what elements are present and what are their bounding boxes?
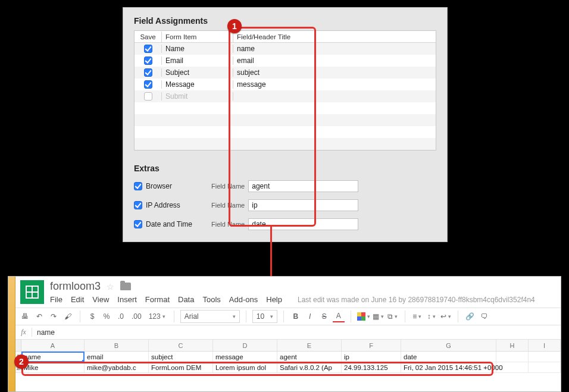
formula-bar: fx name bbox=[15, 325, 561, 340]
undo-icon[interactable]: ↶ bbox=[33, 311, 45, 322]
menu-help[interactable]: Help bbox=[266, 295, 282, 304]
cell[interactable]: ip bbox=[342, 352, 401, 362]
title-value[interactable]: subject bbox=[233, 68, 436, 77]
save-checkbox[interactable] bbox=[144, 92, 152, 101]
cell[interactable]: Fri, 02 Jan 2015 14:46:51 +0000 bbox=[401, 362, 496, 373]
menu-tools[interactable]: Tools bbox=[202, 295, 220, 304]
paint-format-icon[interactable]: 🖌 bbox=[62, 311, 74, 322]
redo-icon[interactable]: ↷ bbox=[48, 311, 60, 322]
cell[interactable]: Lorem ipsum dol bbox=[213, 362, 277, 373]
fieldname-label: Field Name bbox=[211, 202, 245, 209]
font-select[interactable]: Arial▾ bbox=[180, 310, 240, 323]
menu-format[interactable]: Format bbox=[145, 295, 170, 304]
item-label: Submit bbox=[162, 92, 233, 101]
save-checkbox[interactable] bbox=[144, 68, 152, 77]
table-row: Email email bbox=[135, 55, 436, 67]
cell[interactable]: mike@yabdab.c bbox=[85, 362, 149, 373]
callout-badge-1: 1 bbox=[227, 19, 242, 33]
decrease-decimal-button[interactable]: .0 bbox=[115, 311, 127, 322]
col-header[interactable]: A bbox=[21, 340, 85, 351]
bold-button[interactable]: B bbox=[290, 311, 302, 322]
column-headers: A B C D E F G H I bbox=[15, 340, 561, 352]
cell[interactable]: message bbox=[213, 352, 277, 362]
window-chrome-strip bbox=[8, 277, 15, 391]
increase-decimal-button[interactable]: .00 bbox=[129, 311, 144, 322]
fx-label: fx bbox=[15, 328, 32, 337]
fieldname-input[interactable] bbox=[248, 180, 358, 192]
cell[interactable]: FormLoom DEM bbox=[149, 362, 213, 373]
menu-insert[interactable]: Insert bbox=[117, 295, 137, 304]
extra-row-ip: IP Address Field Name bbox=[134, 199, 436, 211]
col-title: Field/Header Title bbox=[233, 32, 436, 42]
doc-title[interactable]: formloom3 bbox=[50, 280, 101, 293]
extra-checkbox[interactable] bbox=[134, 220, 142, 228]
borders-button[interactable]: ▦ bbox=[373, 311, 384, 322]
menu-addons[interactable]: Add-ons bbox=[229, 295, 258, 304]
cell[interactable] bbox=[529, 352, 561, 362]
save-checkbox[interactable] bbox=[144, 45, 152, 53]
table-row: Message message bbox=[135, 79, 436, 90]
cell[interactable]: Mike bbox=[21, 362, 85, 373]
item-label: Subject bbox=[162, 68, 233, 77]
folder-icon[interactable] bbox=[120, 283, 131, 290]
title-value[interactable]: email bbox=[233, 57, 436, 65]
star-icon[interactable]: ☆ bbox=[107, 282, 114, 291]
col-header[interactable]: E bbox=[277, 340, 342, 351]
fill-color-button[interactable] bbox=[357, 311, 370, 322]
item-label: Message bbox=[162, 80, 233, 89]
cell[interactable]: subject bbox=[149, 352, 213, 362]
cell[interactable]: Safari v.8.0.2 (Ap bbox=[277, 362, 342, 373]
table-row: Submit bbox=[135, 90, 436, 102]
wrap-button[interactable]: ↩ bbox=[440, 311, 452, 322]
h-align-button[interactable]: ≡ bbox=[411, 311, 423, 322]
cell[interactable] bbox=[496, 362, 529, 373]
fieldname-label: Field Name bbox=[211, 183, 245, 190]
extras-title: Extras bbox=[134, 164, 436, 173]
title-value[interactable]: message bbox=[233, 80, 436, 89]
col-header[interactable]: G bbox=[401, 340, 496, 351]
fx-value[interactable]: name bbox=[32, 328, 55, 337]
sheets-app-icon bbox=[20, 280, 44, 304]
extra-checkbox[interactable] bbox=[134, 182, 142, 190]
menu-view[interactable]: View bbox=[92, 295, 109, 304]
col-header[interactable]: C bbox=[149, 340, 213, 351]
col-header[interactable]: B bbox=[85, 340, 149, 351]
cell[interactable]: date bbox=[401, 352, 496, 362]
title-value[interactable]: name bbox=[233, 45, 436, 53]
cell[interactable]: email bbox=[85, 352, 149, 362]
menu-file[interactable]: File bbox=[50, 295, 62, 304]
format-percent-button[interactable]: % bbox=[101, 311, 112, 322]
more-formats-button[interactable]: 123 bbox=[146, 311, 168, 322]
col-header[interactable]: D bbox=[213, 340, 277, 351]
insert-comment-icon[interactable]: 🗨 bbox=[479, 311, 490, 322]
text-color-button[interactable]: A bbox=[333, 311, 345, 322]
col-header[interactable]: H bbox=[496, 340, 529, 351]
save-checkbox[interactable] bbox=[144, 57, 152, 65]
spreadsheet-grid[interactable]: A B C D E F G H I 1 name email subject m… bbox=[15, 340, 561, 373]
print-icon[interactable]: 🖶 bbox=[19, 311, 31, 322]
cell[interactable] bbox=[496, 352, 529, 362]
cell[interactable]: name bbox=[21, 352, 85, 362]
item-label: Email bbox=[162, 57, 233, 65]
save-checkbox[interactable] bbox=[144, 80, 152, 89]
italic-button[interactable]: I bbox=[304, 311, 316, 322]
insert-link-icon[interactable]: 🔗 bbox=[464, 311, 476, 322]
font-size-select[interactable]: 10▾ bbox=[252, 310, 277, 323]
col-header[interactable]: F bbox=[342, 340, 401, 351]
v-align-button[interactable]: ↕ bbox=[426, 311, 437, 322]
menu-edit[interactable]: Edit bbox=[71, 295, 84, 304]
col-item: Form Item bbox=[162, 32, 233, 42]
table-row-empty bbox=[135, 126, 436, 138]
cell[interactable]: agent bbox=[277, 352, 342, 362]
menu-data[interactable]: Data bbox=[178, 295, 194, 304]
merge-button[interactable]: ⧉ bbox=[387, 311, 399, 322]
cell[interactable] bbox=[529, 362, 561, 373]
strike-button[interactable]: S bbox=[318, 311, 330, 322]
extra-checkbox[interactable] bbox=[134, 201, 142, 209]
format-currency-button[interactable]: $ bbox=[86, 311, 98, 322]
col-header[interactable]: I bbox=[529, 340, 561, 351]
fieldname-input[interactable] bbox=[248, 199, 358, 211]
fieldname-input[interactable] bbox=[248, 218, 358, 230]
col-save: Save bbox=[135, 32, 162, 42]
cell[interactable]: 24.99.133.125 bbox=[342, 362, 401, 373]
